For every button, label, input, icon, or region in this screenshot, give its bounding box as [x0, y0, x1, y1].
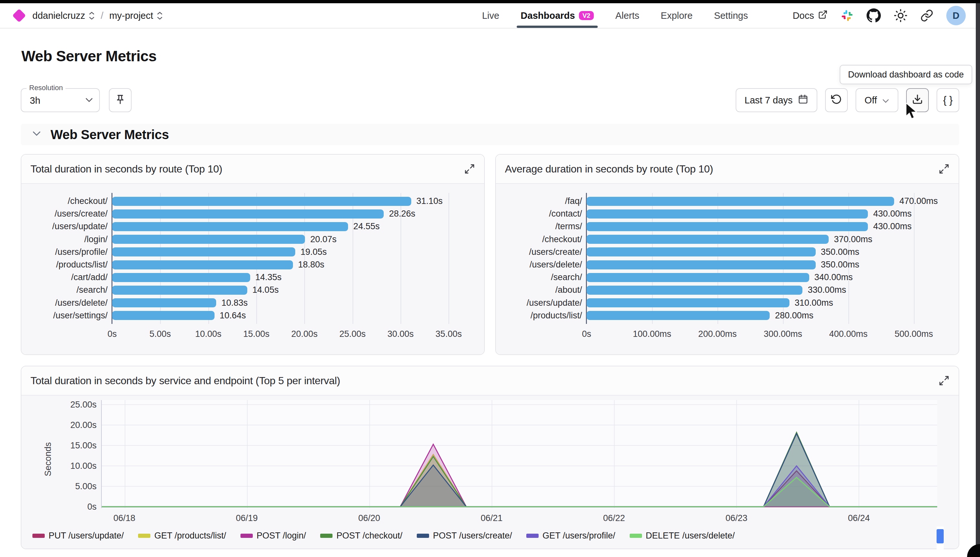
legend-item[interactable]: GET /products/list/ — [138, 531, 226, 541]
bar[interactable] — [112, 209, 384, 218]
tab-live[interactable]: Live — [482, 3, 499, 28]
github-icon[interactable] — [866, 8, 881, 23]
toolbar-right-group: Last 7 days Off { } — [736, 88, 959, 112]
panel-average-duration-by-route: Average duration in seconds by route (To… — [495, 154, 959, 355]
x-tick-label: 100.00ms — [633, 329, 671, 339]
bar[interactable] — [587, 298, 790, 307]
legend-item[interactable]: PUT /users/update/ — [33, 531, 124, 541]
refresh-button[interactable] — [825, 88, 848, 112]
bar-category-label: /users/create/ — [497, 247, 582, 257]
y-tick-label: 5.00s — [75, 482, 97, 492]
legend-item[interactable]: POST /login/ — [241, 531, 306, 541]
legend-item[interactable]: POST /users/create/ — [417, 531, 512, 541]
theme-toggle-sun-icon[interactable] — [894, 9, 907, 22]
bar[interactable] — [587, 311, 770, 320]
section-header[interactable]: Web Server Metrics — [21, 124, 959, 145]
bar[interactable] — [112, 248, 295, 256]
bar-value-label: 430.00ms — [873, 209, 912, 219]
docs-link[interactable]: Docs — [793, 10, 828, 22]
legend-swatch — [241, 534, 253, 538]
bar[interactable] — [587, 209, 868, 218]
bar[interactable] — [112, 222, 348, 231]
breadcrumb: ddanielcruzz / my-project — [14, 10, 163, 21]
auto-refresh-select[interactable]: Off — [856, 88, 898, 112]
share-link-icon[interactable] — [920, 9, 933, 22]
bar-category-label: /search/ — [497, 272, 582, 282]
legend-swatch — [320, 534, 333, 538]
legend-label: POST /users/create/ — [433, 531, 512, 541]
x-tick-label: 200.00ms — [698, 329, 737, 339]
bar[interactable] — [587, 222, 868, 231]
panel-duration-by-service-endpoint: Total duration in seconds by service and… — [21, 366, 959, 549]
legend-item[interactable]: GET /users/profile/ — [526, 531, 616, 541]
area-chart-canvas[interactable] — [102, 400, 937, 508]
org-selector[interactable]: ddanielcruzz — [33, 10, 95, 21]
legend-item[interactable]: POST /checkout/ — [320, 531, 403, 541]
code-view-button[interactable]: { } — [936, 88, 959, 112]
bar-row: /checkout/370.00ms — [587, 233, 943, 246]
bar-value-label: 14.05s — [252, 285, 279, 295]
bar-row: /about/330.00ms — [587, 284, 943, 296]
resolution-select[interactable]: Resolution 3h — [21, 88, 100, 112]
bar[interactable] — [587, 273, 809, 282]
expand-panel-icon[interactable] — [939, 163, 949, 174]
x-tick-label: 06/20 — [358, 513, 380, 523]
bar[interactable] — [112, 197, 411, 206]
project-selector[interactable]: my-project — [109, 10, 163, 21]
legend-swatch — [630, 534, 642, 538]
bar[interactable] — [112, 273, 250, 282]
app-logo-icon[interactable] — [12, 9, 26, 22]
pin-icon — [115, 94, 126, 106]
bar[interactable] — [587, 235, 829, 244]
tab-dashboards[interactable]: Dashboards V2 — [521, 3, 594, 28]
y-tick-label: 15.00s — [70, 441, 97, 451]
bar[interactable] — [587, 286, 803, 295]
bar[interactable] — [112, 311, 215, 320]
main-tabs: Live Dashboards V2 Alerts Explore Settin… — [482, 3, 748, 28]
bar-category-label: /user/settings/ — [23, 311, 107, 321]
window-top-strip — [0, 0, 980, 3]
pin-resolution-button[interactable] — [109, 88, 132, 112]
bar-row: /products/list/18.80s — [112, 258, 469, 271]
slack-icon[interactable] — [841, 9, 853, 22]
bar-value-label: 28.26s — [389, 209, 415, 219]
bar[interactable] — [112, 235, 305, 244]
legend-label: PUT /users/update/ — [49, 531, 124, 541]
bar-category-label: /search/ — [23, 285, 107, 295]
legend-item[interactable]: DELETE /users/delete/ — [630, 531, 735, 541]
bar-row: /cart/add/14.35s — [112, 271, 469, 284]
bar-row: /users/create/350.00ms — [587, 246, 943, 258]
page-scrollbar[interactable] — [976, 3, 980, 557]
bar[interactable] — [112, 298, 216, 307]
bar[interactable] — [112, 286, 247, 295]
legend-label: POST /checkout/ — [336, 531, 403, 541]
bar-row: /user/settings/10.64s — [112, 309, 469, 322]
bar-value-label: 14.35s — [255, 272, 282, 282]
legend-scrollbar-thumb[interactable] — [936, 529, 944, 543]
panel-total-duration-by-route: Total duration in seconds by route (Top … — [21, 154, 485, 355]
bar[interactable] — [587, 261, 816, 269]
calendar-icon — [798, 94, 808, 107]
bar[interactable] — [112, 261, 293, 269]
user-avatar[interactable]: D — [946, 6, 966, 25]
project-name: my-project — [109, 10, 153, 21]
tab-alerts[interactable]: Alerts — [616, 3, 639, 28]
chart-legend: PUT /users/update/GET /products/list/POS… — [33, 531, 959, 541]
expand-panel-icon[interactable] — [939, 375, 949, 386]
expand-panel-icon[interactable] — [464, 163, 475, 174]
bar[interactable] — [587, 197, 894, 206]
bar[interactable] — [587, 248, 816, 256]
chevron-down-icon — [85, 97, 93, 104]
nav-right-actions: Docs — [793, 6, 966, 25]
time-range-button[interactable]: Last 7 days — [736, 88, 817, 112]
tab-explore[interactable]: Explore — [661, 3, 692, 28]
section-title: Web Server Metrics — [50, 127, 169, 142]
bar-category-label: /faq/ — [497, 196, 582, 206]
x-tick-label: 06/21 — [481, 513, 503, 523]
x-axis: 0s5.00s10.00s15.00s20.00s25.00s30.00s35.… — [112, 329, 469, 343]
x-tick-label: 06/24 — [848, 513, 870, 523]
tab-settings[interactable]: Settings — [714, 3, 748, 28]
y-tick-label: 0s — [87, 502, 97, 512]
bar-row: /search/14.05s — [112, 284, 469, 296]
external-link-icon — [818, 10, 828, 22]
